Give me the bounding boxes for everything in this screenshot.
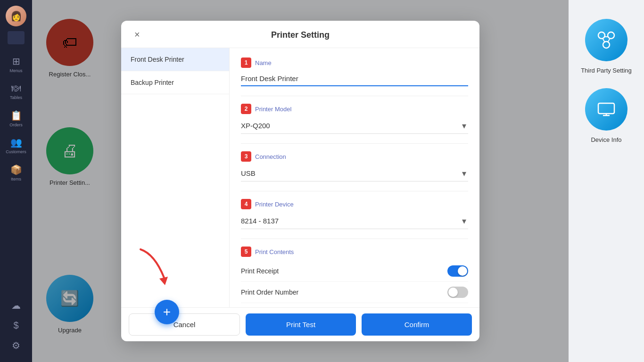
form-label-print-contents: Print Contents [255, 248, 294, 255]
third-party-setting-item[interactable]: Third Party Setting [581, 19, 632, 74]
device-info-label: Device Info [591, 136, 621, 143]
sidebar-item-customers[interactable]: 👥 Customers [0, 133, 32, 158]
sidebar-item-menus[interactable]: ⊞ Menus [0, 52, 32, 77]
device-select[interactable]: 8214 - 8137 8215 - 8138 [241, 213, 468, 229]
printer-name-backup: Backup Printer [131, 79, 174, 86]
form-row-device: 4 Printer Device 8214 - 8137 8215 - 8138… [241, 199, 468, 229]
sidebar: 👩 ⊞ Menus 🍽 Tables 📋 Orders 👥 Customers … [0, 0, 32, 362]
svg-line-5 [603, 38, 605, 42]
dialog-header: × Printer Setting [121, 21, 479, 48]
device-select-wrap: 8214 - 8137 8215 - 8138 ▾ [241, 213, 468, 229]
toggle-knob-receipt [458, 266, 467, 276]
sidebar-item-cloud[interactable]: ☁ [0, 296, 32, 316]
toggle-row-order-number: Print Order Number [241, 282, 468, 303]
step-badge-4: 4 [241, 199, 251, 209]
sidebar-item-dollar[interactable]: $ [0, 316, 32, 336]
connection-select-wrap: USB Bluetooth Wi-Fi Ethernet ▾ [241, 165, 468, 181]
sidebar-item-settings[interactable]: ⚙ [0, 336, 32, 356]
sidebar-label-customers: Customers [6, 149, 26, 155]
tables-icon: 🍽 [11, 83, 21, 94]
sidebar-label-items: Items [11, 177, 21, 182]
form-row-name: 1 Name [241, 58, 468, 86]
svg-rect-7 [598, 103, 614, 114]
add-icon: + [163, 304, 171, 320]
dialog-overlay: × Printer Setting Front Desk Printer Bac… [32, 0, 569, 362]
connection-select[interactable]: USB Bluetooth Wi-Fi Ethernet [241, 165, 468, 181]
device-info-item[interactable]: Device Info [585, 88, 627, 143]
avatar[interactable]: 👩 [6, 6, 26, 26]
printer-model-select-wrap: XP-Q200 XP-Q300 Epson TM-T88V ▾ [241, 118, 468, 134]
step-badge-3: 3 [241, 151, 251, 162]
third-party-label: Third Party Setting [581, 67, 632, 74]
third-party-icon [594, 28, 618, 52]
close-button[interactable]: × [131, 27, 144, 41]
form-label-row-print-contents: 5 Print Contents [241, 247, 468, 257]
right-panel: Third Party Setting Device Info [569, 0, 644, 362]
toggle-order-number[interactable] [447, 287, 468, 298]
step-badge-5: 5 [241, 247, 251, 257]
form-label-row-device: 4 Printer Device [241, 199, 468, 209]
dollar-icon: $ [13, 320, 18, 331]
form-label-connection: Connection [255, 153, 286, 160]
form-panel: 1 Name 2 Printer Model [230, 48, 479, 307]
form-row-connection: 3 Connection USB Bluetooth Wi-Fi Etherne… [241, 151, 468, 181]
print-test-button[interactable]: Print Test [246, 313, 356, 336]
main-content: 🏷 Register Clos... 🖨 Printer Settin... 🔄… [32, 0, 569, 362]
form-label-device: Printer Device [255, 201, 294, 208]
step-badge-2: 2 [241, 104, 251, 114]
form-label-model: Printer Model [255, 106, 291, 113]
printer-name-input[interactable] [241, 72, 468, 86]
svg-point-2 [608, 32, 614, 39]
svg-line-6 [608, 38, 610, 42]
dialog-title: Printer Setting [271, 30, 330, 40]
form-row-print-contents: 5 Print Contents Print Receipt Print Ord… [241, 247, 468, 303]
svg-point-3 [603, 41, 610, 48]
form-label-row-model: 2 Printer Model [241, 104, 468, 114]
printer-name-front-desk: Front Desk Printer [131, 56, 184, 63]
third-party-circle [585, 19, 627, 61]
form-row-model: 2 Printer Model XP-Q200 XP-Q300 Epson TM… [241, 104, 468, 134]
printer-model-select[interactable]: XP-Q200 XP-Q300 Epson TM-T88V [241, 118, 468, 134]
toggle-receipt[interactable] [447, 265, 468, 277]
printer-list-item-front-desk[interactable]: Front Desk Printer [121, 48, 229, 71]
confirm-button[interactable]: Confirm [362, 313, 472, 336]
dialog-body: Front Desk Printer Backup Printer 1 Name [121, 48, 479, 307]
printer-setting-dialog: × Printer Setting Front Desk Printer Bac… [121, 21, 479, 341]
sidebar-bottom: ☁ $ ⚙ [0, 296, 32, 362]
step-badge-1: 1 [241, 58, 251, 68]
settings-icon: ⚙ [12, 340, 20, 351]
form-label-row-name: 1 Name [241, 58, 468, 68]
form-label-row-connection: 3 Connection [241, 151, 468, 162]
screen-icon [8, 31, 25, 44]
cancel-button[interactable]: Cancel [129, 313, 240, 336]
toggle-label-order-number: Print Order Number [241, 288, 298, 296]
sidebar-item-orders[interactable]: 📋 Orders [0, 106, 32, 132]
svg-point-1 [598, 32, 605, 39]
printer-list-item-backup[interactable]: Backup Printer [121, 71, 229, 94]
toggle-label-receipt: Print Receipt [241, 267, 279, 275]
items-icon: 📦 [10, 164, 22, 175]
toggle-row-receipt: Print Receipt [241, 261, 468, 282]
customers-icon: 👥 [10, 137, 22, 148]
orders-icon: 📋 [10, 110, 22, 121]
device-info-icon [594, 98, 618, 121]
sidebar-label-tables: Tables [10, 95, 22, 100]
form-label-name: Name [255, 59, 272, 66]
sidebar-item-tables[interactable]: 🍽 Tables [0, 79, 32, 104]
device-info-circle [585, 88, 627, 131]
menus-icon: ⊞ [12, 56, 20, 67]
printer-list: Front Desk Printer Backup Printer [121, 48, 230, 307]
add-printer-button[interactable]: + [155, 300, 179, 324]
toggle-knob-order-number [448, 288, 458, 297]
sidebar-item-items[interactable]: 📦 Items [0, 160, 32, 186]
cloud-icon: ☁ [11, 300, 21, 311]
avatar-image: 👩 [6, 6, 26, 26]
sidebar-label-orders: Orders [9, 123, 23, 128]
sidebar-label-menus: Menus [9, 68, 22, 74]
